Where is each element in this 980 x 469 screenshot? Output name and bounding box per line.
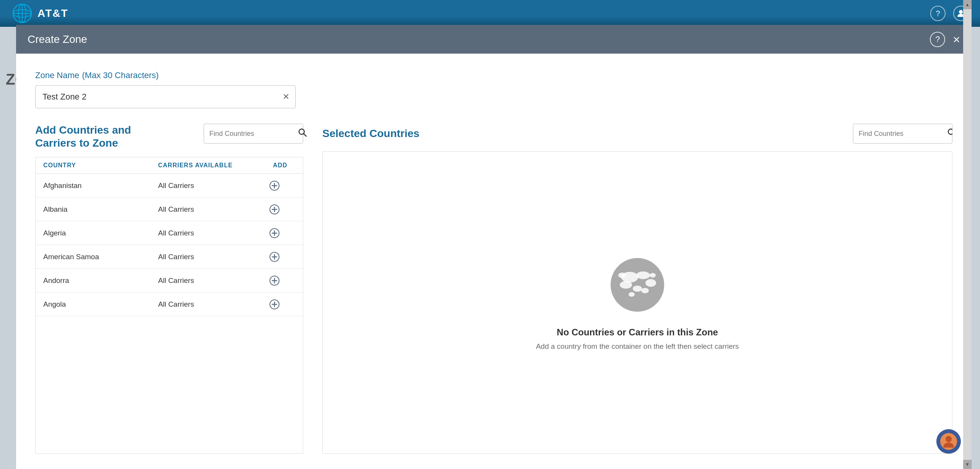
country-table: COUNTRY CARRIERS AVAILABLE ADD Afghanist…	[35, 157, 303, 454]
left-search-icon[interactable]	[298, 128, 307, 139]
left-search-input[interactable]	[209, 130, 298, 138]
country-name: Albania	[36, 205, 150, 214]
svg-point-5	[959, 10, 963, 14]
modal-help-icon[interactable]: ?	[930, 32, 945, 47]
selected-countries-box: No Countries or Carriers in this Zone Ad…	[322, 151, 952, 454]
empty-globe-icon	[607, 254, 668, 315]
carriers-available: All Carriers	[150, 181, 265, 190]
country-table-body: Afghanistan All Carriers	[36, 174, 303, 453]
right-panel-title: Selected Countries	[322, 127, 420, 140]
carriers-available: All Carriers	[150, 205, 265, 214]
chat-avatar	[940, 433, 957, 450]
right-panel-header: Selected Countries	[322, 124, 952, 144]
left-panel-title: Add Countries and Carriers to Zone	[35, 124, 173, 149]
att-text: AT&T	[38, 7, 69, 20]
modal-title: Create Zone	[28, 33, 87, 46]
modal-header-icons: ? ×	[930, 32, 960, 47]
zone-name-section: Zone Name (Max 30 Characters) ✕	[35, 69, 952, 108]
svg-point-34	[641, 288, 649, 293]
right-panel: Selected Countries	[322, 124, 952, 454]
create-zone-modal: Create Zone ? × Zone Name (Max 30 Charac…	[16, 25, 972, 469]
att-globe-icon	[11, 3, 33, 24]
add-country-button[interactable]	[265, 299, 296, 310]
table-row: Algeria All Carriers	[36, 221, 303, 245]
add-country-button[interactable]	[265, 252, 296, 262]
table-row: Angola All Carriers	[36, 293, 303, 316]
svg-point-28	[611, 258, 664, 312]
right-search-input[interactable]	[859, 130, 947, 138]
modal-header: Create Zone ? ×	[16, 25, 972, 54]
right-search-icon[interactable]	[947, 128, 952, 139]
carriers-available: All Carriers	[150, 253, 265, 261]
zone-name-label: Zone Name (Max 30 Characters)	[35, 69, 952, 81]
country-name: Andorra	[36, 276, 150, 285]
carriers-available: All Carriers	[150, 300, 265, 309]
add-country-button[interactable]	[265, 228, 296, 239]
help-icon[interactable]: ?	[930, 6, 946, 21]
svg-point-33	[633, 286, 642, 292]
zone-name-input[interactable]	[35, 85, 296, 108]
left-panel: Add Countries and Carriers to Zone	[35, 124, 303, 454]
svg-point-31	[645, 279, 656, 287]
svg-point-26	[948, 129, 952, 134]
no-countries-title: No Countries or Carriers in this Zone	[557, 327, 718, 338]
add-country-button[interactable]	[265, 204, 296, 215]
modal-close-icon[interactable]: ×	[953, 33, 960, 46]
left-panel-header: Add Countries and Carriers to Zone	[35, 124, 303, 149]
two-panel: Add Countries and Carriers to Zone	[35, 124, 952, 454]
svg-point-36	[618, 273, 626, 278]
att-logo: AT&T	[11, 3, 69, 24]
country-name: Angola	[36, 300, 150, 309]
right-search-box	[853, 124, 952, 144]
country-name: Afghanistan	[36, 181, 150, 190]
col-header-add: ADD	[265, 162, 296, 169]
left-search-box	[204, 124, 303, 144]
svg-point-32	[620, 281, 632, 289]
table-row: Andorra All Carriers	[36, 269, 303, 293]
col-header-carriers: CARRIERS AVAILABLE	[150, 162, 265, 169]
right-scrollbar[interactable]: ▲ ▼	[963, 0, 972, 469]
svg-point-30	[636, 271, 650, 279]
scroll-down-arrow[interactable]: ▼	[963, 460, 972, 469]
scroll-track	[963, 9, 972, 460]
carriers-available: All Carriers	[150, 229, 265, 237]
scroll-up-arrow[interactable]: ▲	[963, 0, 972, 9]
svg-point-35	[629, 292, 635, 297]
country-name: Algeria	[36, 229, 150, 237]
zone-name-input-wrapper: ✕	[35, 85, 296, 108]
country-name: American Samoa	[36, 253, 150, 261]
country-table-header: COUNTRY CARRIERS AVAILABLE ADD	[36, 157, 303, 174]
table-row: American Samoa All Carriers	[36, 245, 303, 269]
zone-name-clear-icon[interactable]: ✕	[283, 92, 289, 102]
add-country-button[interactable]	[265, 180, 296, 191]
table-row: Afghanistan All Carriers	[36, 174, 303, 198]
no-countries-subtitle: Add a country from the container on the …	[536, 342, 739, 351]
svg-line-7	[304, 134, 306, 136]
app-bar: AT&T ?	[0, 0, 980, 27]
add-country-button[interactable]	[265, 275, 296, 286]
app-bar-icons: ?	[930, 6, 969, 21]
chat-support-button[interactable]	[936, 429, 961, 454]
svg-point-37	[650, 273, 656, 278]
carriers-available: All Carriers	[150, 276, 265, 285]
modal-body: Zone Name (Max 30 Characters) ✕ Add Coun…	[16, 54, 972, 469]
table-row: Albania All Carriers	[36, 198, 303, 221]
col-header-country: COUNTRY	[36, 162, 150, 169]
